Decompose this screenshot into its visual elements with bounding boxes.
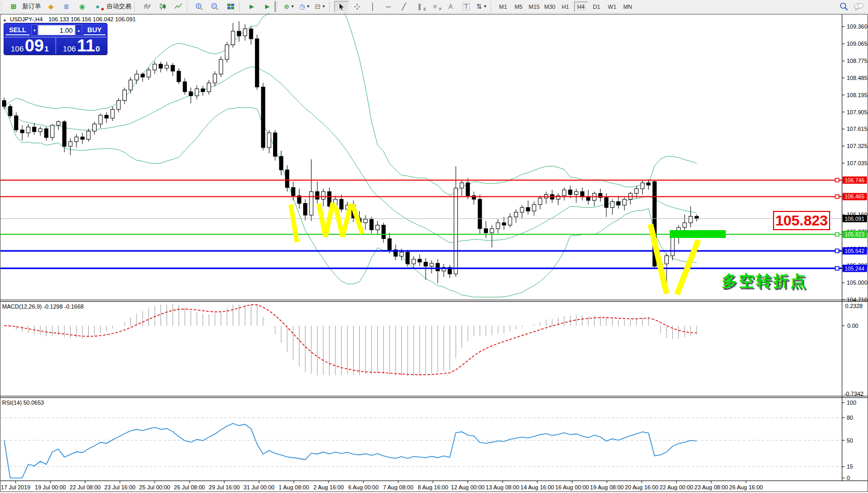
search-icon[interactable] [839,2,848,11]
rsi-pane [0,418,842,478]
price-tick-label: 108.485 [847,75,867,81]
market-watch-icon: ≣ [64,3,70,10]
channel-button[interactable]: ∥ E [412,1,427,12]
bar-chart-button[interactable] [139,1,155,12]
cursor-button[interactable] [334,1,349,12]
new-order-button[interactable]: ⊞ [6,1,21,12]
candle-body [38,129,42,132]
autotrading-label[interactable]: 自动交易 [106,2,131,11]
timeframe-button-w1[interactable]: W1 [605,1,619,12]
market-watch-button[interactable]: ≣ [59,1,74,12]
candle-body [135,74,139,80]
sell-button[interactable]: SELL [6,26,30,35]
candle-body [605,197,608,207]
buy-button[interactable]: BUY [84,26,105,35]
toolbar-grip[interactable] [187,2,189,11]
toolbar-grip[interactable] [277,2,279,11]
candle-body [129,80,132,90]
chat-icon[interactable] [853,3,864,11]
line-handle[interactable] [835,249,839,252]
indicators-button[interactable]: ⊕ ▼ [281,1,297,12]
zoom-in-button[interactable] [192,1,207,12]
tile-windows-button[interactable] [223,1,238,12]
time-tick-label: 26 Jul 08:00 [174,484,205,490]
collapse-icon[interactable]: ▲ [3,18,7,22]
text-label-button[interactable]: T [458,1,474,12]
rsi-tick-label: 100 [847,399,856,406]
time-axis[interactable]: 17 Jul 201919 Jul 00:0022 Jul 08:0023 Ju… [1,481,763,490]
turning-point-text[interactable]: 多空转折点 [722,272,807,289]
yellow-annotation-stroke[interactable] [291,205,297,242]
yellow-annotation-stroke[interactable] [677,240,698,295]
timeframe-button-m1[interactable]: M1 [496,1,510,12]
templates-icon: ⊟ [315,3,321,10]
trendline-button[interactable]: ╱ [396,1,412,12]
line-handle[interactable] [835,267,839,270]
candle-body [219,59,223,74]
candlestick-chart-button[interactable] [155,1,170,12]
candle-body [3,101,6,106]
candle-body [683,223,686,228]
fibonacci-button[interactable]: ≡ F [427,1,443,12]
horizontal-line-button[interactable]: ─ [381,1,396,12]
autotrading-stop-dot-icon [101,8,104,10]
zoom-out-button[interactable] [207,1,223,12]
timeframe-button-m30[interactable]: M30 [542,1,557,12]
candle-body [364,219,368,223]
timeframe-button-m15[interactable]: M15 [527,1,541,12]
bollinger-upper-band [4,13,697,195]
toolbar-grip[interactable] [1,2,4,11]
text-label-icon: T [463,3,469,10]
rsi-tick-label: 15 [847,463,853,470]
price-tick-label: 104.710 [847,297,867,303]
line-handle[interactable] [835,233,839,236]
text-button[interactable]: A [443,1,458,12]
quotes-button[interactable]: ◆ [43,1,59,12]
toolbar-grip[interactable] [329,2,332,11]
chart-shift-button[interactable]: ▶ [260,1,276,12]
candle-body [695,216,699,219]
crosshair-button[interactable] [349,1,365,12]
candle-body [316,192,319,199]
new-order-label[interactable]: 新订单 [22,2,41,11]
candle-body [243,29,247,36]
price-tick-label: 107.035 [847,160,867,166]
candle-body [20,130,24,133]
time-tick-label: 1 Aug 08:00 [279,484,309,490]
line-handle[interactable] [835,178,839,182]
candle-body [237,31,241,36]
toolbar-grip[interactable] [491,2,493,11]
timeframe-button-d1[interactable]: D1 [589,1,604,12]
line-chart-button[interactable] [170,1,186,12]
timeframe-button-mn[interactable]: MN [620,1,635,12]
volume-decrease-button[interactable]: ▼ [31,24,38,36]
arrows-button[interactable]: ⇅ ▼ [474,1,490,12]
timeframe-button-h1[interactable]: H1 [558,1,573,12]
candle-body [26,127,30,132]
sell-price[interactable]: 106 09 1 [4,37,56,54]
candle-body [340,199,343,209]
autotrading-button[interactable]: ● [90,1,105,12]
timeframe-button-h4[interactable]: H4 [574,1,588,12]
arrows-icon: ⇅ [477,3,482,10]
timeframe-toolbar: M1M5M15M30H1H4D1W1MN [495,1,635,12]
time-tick-label: 23 Jul 16:00 [104,484,135,490]
timeframe-button-m5[interactable]: M5 [511,1,526,12]
auto-scroll-button[interactable]: ▶ [244,1,260,12]
candle-body [412,259,415,264]
line-handle[interactable] [835,195,839,198]
periods-button[interactable]: ◷ ▼ [297,1,313,12]
price-tick-label: 105.000 [847,279,867,286]
signals-button[interactable]: ◉ [74,1,90,12]
toolbar-grip[interactable] [134,2,137,11]
toolbar-grip[interactable] [239,2,242,11]
vertical-line-button[interactable]: │ [365,1,381,12]
buy-price[interactable]: 106 11 0 [56,37,107,54]
ohlc-values: 106.133 106.156 106.042 106.091 [48,16,135,22]
chart-canvas[interactable]: MACD(12,26,9) -0.1298 -0.1668 RSI(14) 50… [0,13,868,493]
volume-input[interactable] [38,25,75,35]
volume-increase-button[interactable]: ▲ [75,24,82,36]
green-highlight-box[interactable] [670,230,726,238]
quotes-tag-icon: ◆ [48,3,53,10]
templates-button[interactable]: ⊟ ▼ [313,1,328,12]
